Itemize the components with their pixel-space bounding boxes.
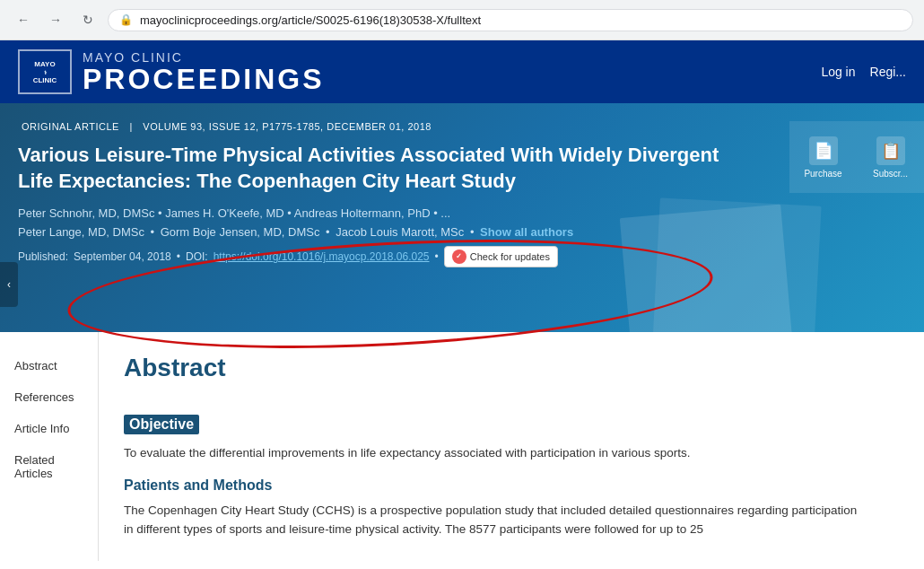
purchase-label: Purchase (804, 169, 841, 179)
patients-methods-text: The Copenhagen City Heart Study (CCHS) i… (124, 501, 863, 539)
refresh-button[interactable]: ↻ (75, 7, 100, 32)
article-meta: ORIGINAL ARTICLE | VOLUME 93, ISSUE 12, … (18, 121, 906, 132)
site-header: MAYO ⚕ CLINIC MAYO CLINIC PROCEEDINGS Lo… (0, 40, 924, 103)
back-button[interactable]: ← (11, 7, 36, 32)
authors-text-1: Peter Schnohr, MD, DMSc • James H. O'Kee… (18, 206, 450, 220)
subscribe-button[interactable]: 📋 Subscr... (857, 121, 924, 193)
lock-icon: 🔒 (119, 13, 133, 26)
mayo-clinic-logo: MAYO ⚕ CLINIC (18, 49, 72, 94)
url-text: mayoclinicproceedings.org/article/S0025-… (140, 13, 481, 27)
sidebar-item-article-info[interactable]: Article Info (0, 413, 98, 444)
show-all-authors-link[interactable]: Show all authors (480, 225, 573, 239)
mayo-logo-top: MAYO (34, 60, 55, 68)
sidebar-item-abstract[interactable]: Abstract (0, 350, 98, 381)
dot-doi: • (435, 250, 439, 263)
register-link[interactable]: Regi... (870, 65, 906, 79)
author-jensen: Gorm Boje Jensen, MD, DMSc (161, 225, 320, 239)
volume-info: VOLUME 93, ISSUE 12, P1775-1785, DECEMBE… (143, 121, 431, 132)
paper-bg-1 (620, 205, 798, 416)
author-marott: Jacob Louis Marott, MSc (336, 225, 464, 239)
article-title: Various Leisure-Time Physical Activities… (18, 143, 754, 194)
objective-text: To evaluate the differential improvement… (124, 443, 863, 463)
objective-heading: Objective (124, 415, 199, 434)
published-label: Published: (18, 250, 68, 263)
published-date: September 04, 2018 (74, 250, 171, 263)
dot-pub: • (177, 250, 180, 263)
mayo-logo-bottom: CLINIC (33, 76, 57, 84)
dot-sep-3: • (470, 225, 475, 239)
subscribe-label: Subscr... (873, 169, 908, 179)
address-bar[interactable]: 🔒 mayoclinicproceedings.org/article/S002… (108, 9, 913, 31)
logo-area: MAYO ⚕ CLINIC MAYO CLINIC PROCEEDINGS (18, 49, 324, 94)
banner-actions: 📄 Purchase 📋 Subscr... (789, 121, 924, 193)
proceedings-title: MAYO CLINIC PROCEEDINGS (83, 50, 324, 93)
check-updates-button[interactable]: ✓ Check for updates (444, 246, 558, 267)
header-nav: Log in Regi... (821, 65, 906, 79)
browser-chrome: ← → ↻ 🔒 mayoclinicproceedings.org/articl… (0, 0, 924, 40)
doi-prefix: DOI: (186, 250, 208, 263)
sidebar-item-references[interactable]: References (0, 381, 98, 413)
proceedings-text: PROCEEDINGS (83, 65, 324, 93)
mayo-logo-middle: ⚕ (44, 69, 47, 75)
patients-methods-heading: Patients and Methods (124, 477, 863, 494)
doi-link[interactable]: https://doi.org/10.1016/j.mayocp.2018.06… (214, 250, 430, 263)
crossref-icon: ✓ (452, 249, 466, 264)
check-updates-label: Check for updates (470, 251, 550, 262)
subscribe-icon: 📋 (876, 136, 905, 165)
left-panel-toggle[interactable]: ‹ (0, 262, 18, 307)
forward-button[interactable]: → (43, 7, 68, 32)
browser-nav: ← → ↻ 🔒 mayoclinicproceedings.org/articl… (0, 0, 924, 39)
login-link[interactable]: Log in (821, 65, 855, 79)
purchase-button[interactable]: 📄 Purchase (789, 121, 857, 193)
dot-sep-2: • (326, 225, 330, 239)
sidebar-nav: Abstract References Article Info Related… (0, 332, 99, 561)
dot-sep-1: • (151, 225, 155, 239)
article-banner: ORIGINAL ARTICLE | VOLUME 93, ISSUE 12, … (0, 103, 924, 332)
purchase-icon: 📄 (809, 136, 838, 165)
article-type: ORIGINAL ARTICLE (22, 121, 119, 132)
sidebar-item-related-articles[interactable]: Related Articles (0, 444, 98, 489)
meta-separator: | (129, 121, 132, 132)
author-lange: Peter Lange, MD, DMSc (18, 225, 144, 239)
